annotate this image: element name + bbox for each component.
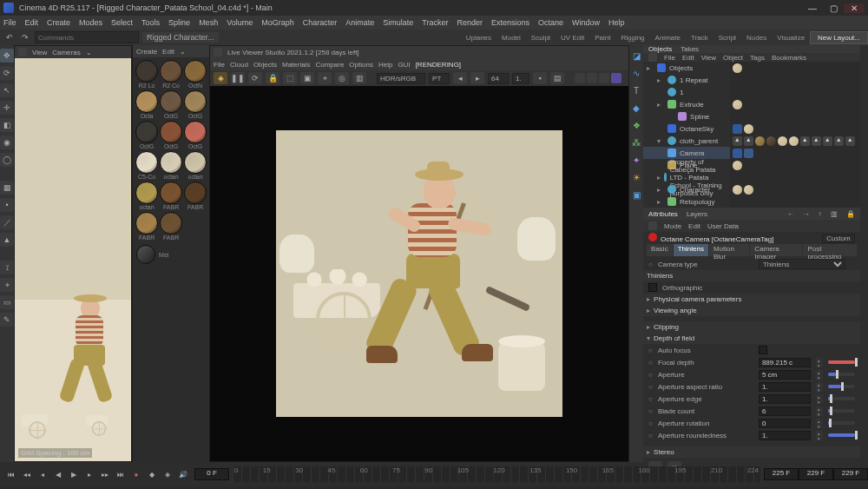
attr-tab-basic[interactable]: Basic [647, 244, 673, 256]
attr-lock-icon[interactable]: 🔒 [846, 210, 855, 218]
param-slider[interactable] [828, 409, 855, 413]
tab-objects[interactable]: Objects [648, 45, 672, 53]
timeline-end2[interactable]: 229 F [833, 468, 868, 480]
menu-animate[interactable]: Animate [345, 18, 374, 27]
lv-menu-gui[interactable]: GUI [398, 61, 410, 69]
viewport-menu-more[interactable]: ⌄ [86, 49, 92, 56]
section-clip[interactable]: ▸Clipping [643, 321, 860, 333]
frame-fwd-icon[interactable]: ▸ [83, 468, 95, 480]
viewport-view[interactable]: Perspective Live Selection [15, 58, 131, 461]
attr-config-icon[interactable] [648, 221, 657, 230]
attr-menu-edit[interactable]: Edit [688, 222, 700, 230]
generator-icon[interactable]: ◆ [629, 101, 643, 115]
orthographic-checkbox[interactable] [648, 283, 657, 292]
light-icon[interactable]: ☀ [629, 170, 643, 184]
deformer-icon[interactable]: ❖ [629, 118, 643, 132]
lv-channel-icon[interactable]: ▥ [352, 72, 366, 84]
material-swatch[interactable] [135, 90, 158, 113]
obj-menu-object[interactable]: Object [723, 54, 743, 62]
mat-menu-edit[interactable]: Edit [162, 48, 174, 56]
attr-menu-mode[interactable]: Mode [664, 222, 681, 230]
lv-scale-field[interactable]: 1. [512, 73, 529, 84]
frame-back-icon[interactable]: ◂ [36, 468, 49, 480]
param-value[interactable]: 5 cm [759, 370, 811, 380]
mat-menu-more[interactable]: ⌄ [180, 48, 186, 56]
param-slider[interactable] [828, 421, 855, 425]
attr-menu-userdata[interactable]: User Data [707, 222, 739, 230]
minimize-button[interactable]: — [802, 3, 823, 13]
tag-row[interactable] [730, 62, 860, 74]
doc-tab[interactable]: Rigged Character... [142, 32, 219, 43]
goto-start-icon[interactable]: ⏮ [5, 468, 17, 480]
autokey-icon[interactable]: ◈ [161, 468, 174, 480]
param-slider[interactable] [828, 385, 855, 388]
ws-tab-3[interactable]: UV Edit [556, 32, 589, 43]
param-slider[interactable] [828, 433, 855, 437]
param-spinner[interactable]: ▴▾ [816, 419, 823, 428]
point-mode-icon[interactable]: • [0, 198, 14, 212]
object-tags-column[interactable]: ▲▲▲▲▲▲▲ [730, 62, 860, 208]
redo-icon[interactable]: ↷ [19, 31, 31, 43]
scrollbar[interactable] [860, 45, 868, 462]
step-back-icon[interactable]: ◂◂ [21, 468, 33, 480]
menu-tools[interactable]: Tools [141, 18, 160, 27]
corner-icon-3[interactable] [599, 73, 609, 83]
tag-row[interactable] [730, 122, 860, 135]
ws-tab-1[interactable]: Model [496, 32, 526, 43]
ws-tab-5[interactable]: Rigging [615, 32, 649, 43]
attr-tab-post[interactable]: Post processing [803, 244, 856, 256]
record-icon[interactable]: ● [130, 468, 142, 480]
section-phys[interactable]: ▸Physical camera parameters [643, 294, 860, 305]
object-row[interactable]: Spline [643, 110, 730, 122]
lv-colorspace-dropdown[interactable]: HDR/sRGB [377, 73, 425, 84]
attr-tab-attributes[interactable]: Attributes [648, 210, 678, 218]
material-swatch[interactable] [160, 121, 182, 143]
lv-menu-file[interactable]: File [214, 61, 225, 69]
lv-menu-materials[interactable]: Materials [282, 61, 310, 69]
attr-nav-back-icon[interactable]: ← [787, 210, 794, 218]
menu-select[interactable]: Select [111, 18, 133, 27]
param-spinner[interactable]: ▴▾ [816, 358, 823, 367]
param-value[interactable]: 1. [759, 394, 811, 404]
timeline-start[interactable]: 0 F [194, 468, 229, 480]
move-icon[interactable]: ✛ [0, 101, 14, 115]
goto-end-icon[interactable]: ⏭ [115, 468, 127, 480]
attr-nav-up-icon[interactable]: ↑ [819, 210, 822, 218]
rotate-icon[interactable]: ◉ [0, 135, 14, 149]
attr-nav-fwd-icon[interactable]: → [803, 210, 810, 218]
menu-file[interactable]: File [3, 18, 16, 27]
lv-render-icon[interactable]: ◈ [214, 72, 227, 84]
workplane-icon[interactable]: ▭ [0, 295, 14, 309]
object-row[interactable]: ▸1 Repeat [643, 74, 730, 86]
param-spinner[interactable]: ▴▾ [816, 370, 823, 380]
spline-primitive-icon[interactable]: ∿ [629, 66, 643, 80]
camera-type-dropdown[interactable]: Thinlens [759, 259, 845, 269]
material-swatch[interactable] [160, 151, 182, 174]
close-button[interactable]: ✕ [844, 3, 865, 13]
material-swatch[interactable] [184, 151, 207, 174]
command-search-input[interactable] [35, 31, 139, 43]
section-dof[interactable]: ▾Depth of field [643, 333, 860, 344]
attr-tab-thinlens[interactable]: Thinlens [674, 244, 708, 256]
material-swatch[interactable] [135, 182, 158, 204]
material-swatch[interactable] [160, 212, 182, 235]
attr-tab-motionblur[interactable]: Motion Blur [709, 244, 749, 256]
menu-volume[interactable]: Volume [227, 18, 253, 27]
lv-settings-icon[interactable]: ▤ [550, 72, 564, 84]
param-spinner[interactable]: ▴▾ [816, 382, 823, 392]
lv-samples-field[interactable]: 64 [488, 73, 509, 84]
menu-window[interactable]: Window [572, 18, 600, 27]
history-icon[interactable]: ⟳ [0, 66, 14, 80]
lv-pick-icon[interactable]: ⌖ [318, 72, 332, 84]
lv-pause-icon[interactable]: ❚❚ [231, 72, 245, 84]
snap-icon[interactable]: ⌖ [0, 278, 14, 292]
corner-icon-2[interactable] [587, 73, 597, 83]
menu-extensions[interactable]: Extensions [491, 18, 529, 27]
menu-octane[interactable]: Octane [538, 18, 563, 27]
attr-tab-cameraimager[interactable]: Camera Imager [750, 244, 802, 256]
object-row[interactable]: ▾cloth_parent [643, 135, 730, 147]
param-slider[interactable] [828, 373, 855, 376]
object-tree[interactable]: ▸Objects▸1 Repeat1▸ExtrudeSplineOctaneSk… [643, 62, 730, 208]
tag-row[interactable] [730, 86, 860, 98]
object-row[interactable]: 1 [643, 86, 730, 98]
